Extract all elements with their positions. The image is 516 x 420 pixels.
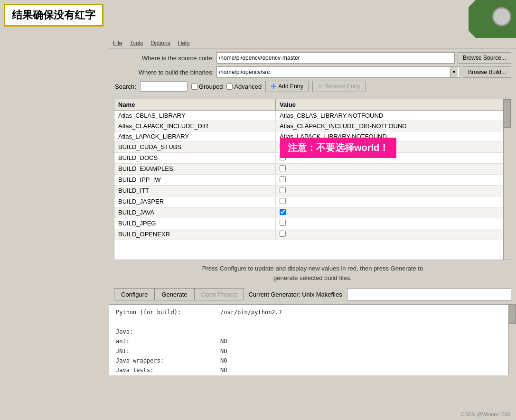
cell-name: Atlas_LAPACK_LIBRARY — [114, 131, 276, 141]
output-key: Java: — [116, 327, 220, 336]
table-row[interactable]: BUILD_OPENEXR — [114, 229, 511, 240]
form-area: Where is the source code: Browse Source.… — [109, 48, 516, 99]
remove-entry-button: ✖ Remove Entry — [312, 81, 366, 92]
browse-source-button[interactable]: Browse Source... — [458, 52, 511, 64]
table-body: Atlas_CBLAS_LIBRARYAtlas_CBLAS_LIBRARY-N… — [114, 111, 511, 259]
binaries-value: /home/pi/opencv/src — [219, 69, 270, 75]
cell-name: BUILD_ITT — [114, 186, 276, 196]
scrollbar-thumb[interactable] — [504, 99, 511, 128]
binaries-label: Where to build the binaries: — [114, 69, 214, 76]
output-val: NO — [220, 346, 227, 356]
table-scrollbar[interactable] — [503, 99, 511, 260]
cell-value[interactable] — [276, 196, 511, 207]
cell-value[interactable] — [276, 164, 511, 174]
table-row[interactable]: BUILD_JASPER — [114, 196, 511, 207]
cell-name: BUILD_JAVA — [114, 207, 276, 218]
output-val: NO — [220, 365, 227, 375]
binaries-row: Where to build the binaries: /home/pi/op… — [114, 66, 511, 78]
advanced-checkbox-label[interactable]: Advanced — [226, 83, 262, 90]
bottom-buttons: Configure Generate Open Project Current … — [109, 286, 516, 302]
advanced-label: Advanced — [234, 83, 262, 90]
cell-name: BUILD_JPEG — [114, 218, 276, 229]
row-checkbox[interactable] — [280, 165, 286, 171]
row-checkbox[interactable] — [280, 198, 286, 204]
cell-value[interactable] — [276, 175, 511, 185]
row-checkbox[interactable] — [280, 209, 286, 215]
cell-value[interactable] — [276, 207, 511, 218]
output-scrollbar[interactable] — [508, 305, 516, 375]
table-header: Name Value — [114, 99, 511, 111]
cell-value[interactable] — [276, 186, 511, 196]
table-row[interactable]: BUILD_ITT — [114, 186, 511, 196]
cell-name: BUILD_CUDA_STUBS — [114, 142, 276, 152]
cell-value: Atlas_CLAPACK_INCLUDE_DIR-NOTFOUND — [276, 121, 511, 131]
configure-button[interactable]: Configure — [114, 288, 155, 300]
top-annotation: 结果确保没有红字 — [4, 4, 103, 27]
output-line: Java wrappers:NO — [116, 356, 509, 365]
output-key: Java wrappers: — [116, 356, 220, 365]
table-row[interactable]: BUILD_IPP_IW — [114, 175, 511, 186]
table-row[interactable]: BUILD_EXAMPLES — [114, 164, 511, 175]
grouped-checkbox-label[interactable]: Grouped — [191, 83, 223, 90]
output-key: Java tests: — [116, 365, 220, 375]
cmake-table: Name Value Atlas_CBLAS_LIBRARYAtlas_CBLA… — [114, 99, 511, 260]
output-line: Java: — [116, 327, 509, 336]
table-row[interactable]: Atlas_CBLAS_LIBRARYAtlas_CBLAS_LIBRARY-N… — [114, 111, 511, 121]
cmake-window: File Tools Options Help Where is the sou… — [109, 38, 516, 420]
remove-entry-label: Remove Entry — [324, 83, 360, 90]
plus-icon: ✛ — [271, 83, 276, 90]
output-key: Python (for build): — [116, 308, 220, 317]
menu-file[interactable]: File — [113, 40, 122, 47]
row-checkbox[interactable] — [280, 220, 286, 226]
search-input[interactable] — [140, 81, 188, 92]
table-row[interactable]: BUILD_JPEG — [114, 218, 511, 229]
source-input[interactable] — [216, 52, 455, 64]
row-checkbox[interactable] — [280, 187, 286, 193]
binaries-input-dropdown[interactable]: /home/pi/opencv/src ▼ — [216, 66, 460, 78]
source-row: Where is the source code: Browse Source.… — [114, 52, 511, 64]
generator-label: Current Generator: Unix Makefiles — [244, 291, 347, 298]
col-value-header: Value — [276, 99, 511, 110]
row-checkbox[interactable] — [280, 231, 286, 237]
triangle-decoration — [469, 0, 516, 38]
output-area: Python (for build):/usr/bin/python2.7 Ja… — [109, 304, 516, 375]
output-val: NO — [220, 356, 227, 365]
output-line: Java tests:NO — [116, 365, 509, 375]
output-line — [116, 317, 509, 327]
cell-value[interactable] — [276, 229, 511, 240]
status-line2: generate selected build files. — [273, 274, 352, 281]
cell-name: BUILD_OPENEXR — [114, 229, 276, 240]
output-line: JNI:NO — [116, 346, 509, 356]
menu-help[interactable]: Help — [178, 40, 190, 47]
menu-tools[interactable]: Tools — [130, 40, 143, 47]
dropdown-arrow-icon[interactable]: ▼ — [450, 67, 458, 77]
output-line: ant:NO — [116, 336, 509, 346]
output-val: /usr/bin/python2.7 — [220, 308, 282, 317]
advanced-checkbox[interactable] — [226, 84, 233, 90]
open-project-button: Open Project — [194, 288, 244, 300]
grouped-checkbox[interactable] — [191, 84, 197, 90]
grouped-label: Grouped — [199, 83, 223, 90]
output-scrollbar-thumb[interactable] — [509, 305, 516, 324]
gear-icon — [492, 7, 511, 26]
cell-name: BUILD_EXAMPLES — [114, 164, 276, 174]
cell-value[interactable] — [276, 218, 511, 229]
table-row[interactable]: Atlas_CLAPACK_INCLUDE_DIRAtlas_CLAPACK_I… — [114, 121, 511, 131]
cell-name: Atlas_CLAPACK_INCLUDE_DIR — [114, 121, 276, 131]
menu-options[interactable]: Options — [150, 40, 170, 47]
output-val: NO — [220, 336, 227, 346]
cell-name: Atlas_CBLAS_LIBRARY — [114, 111, 276, 121]
cell-name: BUILD_IPP_IW — [114, 175, 276, 185]
generate-button[interactable]: Generate — [154, 288, 194, 300]
browse-build-button[interactable]: Browse Build... — [463, 66, 511, 78]
add-entry-button[interactable]: ✛ Add Entry — [265, 81, 309, 92]
row-checkbox[interactable] — [280, 176, 286, 182]
status-text: Press Configure to update and display ne… — [109, 260, 516, 286]
pink-annotation: 注意：不要选择world！ — [280, 138, 396, 158]
cell-value: Atlas_CBLAS_LIBRARY-NOTFOUND — [276, 111, 511, 121]
search-row: Search: Grouped Advanced ✛ Add Entry ✖ R… — [114, 81, 511, 92]
output-line: Python (for build):/usr/bin/python2.7 — [116, 308, 509, 317]
table-row[interactable]: BUILD_JAVA — [114, 207, 511, 218]
generator-input[interactable] — [347, 288, 511, 300]
col-name-header: Name — [114, 99, 276, 110]
